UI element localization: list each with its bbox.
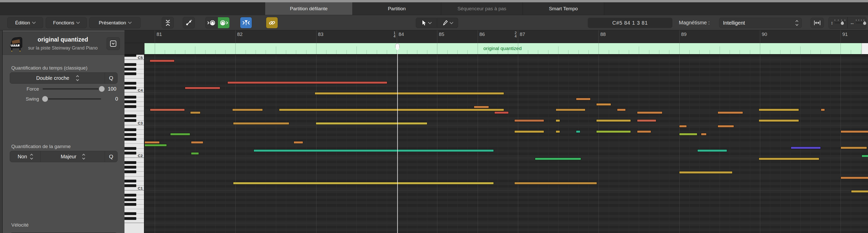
position-display[interactable]: C#5 84 1 3 81: [588, 18, 673, 28]
force-slider[interactable]: [42, 88, 104, 90]
midi-note-E1[interactable]: [841, 176, 868, 179]
midi-note-C3[interactable]: [233, 122, 289, 125]
midi-note-F2[interactable]: [293, 141, 303, 144]
magnetism-dropdown[interactable]: Intelligent: [719, 18, 802, 28]
black-key[interactable]: [124, 138, 136, 141]
scale-root-dropdown[interactable]: Non: [10, 151, 40, 162]
black-key[interactable]: [124, 100, 136, 103]
black-key[interactable]: [124, 217, 136, 220]
midi-note-C#3[interactable]: [514, 119, 544, 122]
force-slider-thumb[interactable]: [99, 86, 105, 92]
black-key[interactable]: [124, 133, 136, 136]
auto-zoom-button[interactable]: [810, 18, 824, 28]
midi-note-E3[interactable]: [718, 111, 743, 114]
midi-note-B4[interactable]: [150, 60, 175, 62]
black-key[interactable]: [124, 203, 136, 206]
black-key[interactable]: [124, 198, 136, 201]
midi-note-A2[interactable]: [556, 130, 560, 133]
black-key[interactable]: [124, 119, 136, 122]
pointer-tool-button[interactable]: [416, 18, 437, 28]
vertical-zoom-thumb[interactable]: [841, 21, 844, 25]
midi-note-A2[interactable]: [637, 130, 651, 133]
black-key[interactable]: [124, 179, 136, 182]
midi-note-D2[interactable]: [697, 149, 727, 152]
link-button[interactable]: [266, 17, 278, 29]
horizontal-zoom-thumb[interactable]: [863, 21, 866, 25]
midi-note-E3[interactable]: [190, 111, 200, 114]
scale-quantize-apply-button[interactable]: Q: [105, 151, 117, 162]
menu-edition[interactable]: Édition: [7, 17, 43, 28]
black-key[interactable]: [124, 170, 136, 173]
tab-partition[interactable]: Partition: [352, 2, 441, 15]
black-key[interactable]: [124, 55, 136, 57]
midi-note-A2[interactable]: [514, 130, 544, 133]
midi-note-E3[interactable]: [494, 111, 509, 114]
bar-ruler[interactable]: 81828384858687888990911424: [124, 30, 868, 43]
black-key[interactable]: [124, 128, 136, 131]
midi-note-A2[interactable]: [841, 130, 868, 133]
midi-note-C3[interactable]: [316, 122, 427, 125]
black-key[interactable]: [124, 114, 136, 117]
midi-note-B3[interactable]: [315, 92, 504, 95]
midi-note-D#2[interactable]: [841, 146, 867, 149]
piano-keyboard[interactable]: C5C4C3C2C1: [124, 55, 145, 233]
midi-in-button[interactable]: [205, 17, 217, 29]
midi-out-button[interactable]: [218, 17, 230, 29]
midi-note-F3[interactable]: [556, 108, 585, 111]
midi-note-G#2[interactable]: [679, 133, 697, 135]
playhead[interactable]: [397, 43, 398, 233]
midi-note-A2[interactable]: [596, 130, 631, 133]
midi-note-F2[interactable]: [145, 141, 160, 144]
midi-note-D#2[interactable]: [791, 146, 821, 149]
black-key[interactable]: [124, 184, 136, 187]
midi-note-F#3[interactable]: [474, 106, 489, 108]
swing-slider[interactable]: [42, 98, 101, 100]
midi-note-G3[interactable]: [596, 103, 611, 106]
black-key[interactable]: [124, 82, 136, 85]
midi-note-A2[interactable]: [576, 130, 580, 133]
region-strip[interactable]: original quantized: [145, 43, 868, 55]
midi-note-C2[interactable]: [862, 155, 868, 157]
midi-note-F3[interactable]: [232, 108, 263, 111]
midi-note-B0[interactable]: [851, 190, 868, 193]
vertical-zoom-slider[interactable]: ↕: [829, 17, 847, 29]
black-key[interactable]: [124, 161, 136, 164]
black-key[interactable]: [124, 152, 136, 155]
black-key[interactable]: [124, 72, 136, 75]
collapse-view-button[interactable]: [162, 17, 174, 29]
midi-note-C#4[interactable]: [185, 87, 220, 89]
horizontal-zoom-slider[interactable]: ↔: [847, 17, 866, 29]
midi-note-D#4[interactable]: [227, 81, 387, 84]
midi-note-G#2[interactable]: [170, 133, 190, 135]
midi-note-F3[interactable]: [759, 108, 799, 111]
pencil-tool-button[interactable]: [437, 18, 458, 28]
midi-note-A3[interactable]: [576, 98, 591, 100]
midi-note-C#2[interactable]: [191, 152, 199, 155]
black-key[interactable]: [124, 63, 136, 66]
midi-note-E2[interactable]: [145, 144, 167, 146]
black-key[interactable]: [124, 147, 136, 150]
midi-note-B1[interactable]: [535, 158, 581, 160]
menu-presentation[interactable]: Présentation: [89, 17, 141, 28]
midi-note-C#3[interactable]: [637, 119, 656, 122]
black-key[interactable]: [124, 212, 136, 215]
black-key[interactable]: [124, 68, 136, 71]
time-quantize-dropdown[interactable]: Double croche: [10, 73, 105, 84]
midi-note-E3[interactable]: [637, 111, 662, 114]
region-inspector-toggle-button[interactable]: [106, 37, 120, 50]
catch-playhead-button[interactable]: [240, 17, 252, 29]
midi-note-C#3[interactable]: [596, 119, 631, 122]
tab-smart-tempo[interactable]: Smart Tempo: [523, 2, 604, 15]
midi-note-F3[interactable]: [279, 108, 504, 111]
black-key[interactable]: [124, 96, 136, 99]
midi-note-C#3[interactable]: [556, 119, 560, 122]
midi-note-F#1[interactable]: [679, 171, 733, 174]
tab-partition-d-filante[interactable]: Partition défilante: [265, 2, 352, 15]
midi-note-G#2[interactable]: [701, 133, 707, 135]
note-grid[interactable]: [145, 55, 868, 233]
midi-note-C#3[interactable]: [759, 119, 799, 122]
midi-note-D2[interactable]: [254, 149, 494, 152]
black-key[interactable]: [124, 166, 136, 169]
menu-fonctions[interactable]: Fonctions: [46, 17, 87, 28]
midi-note-D1[interactable]: [514, 182, 597, 185]
